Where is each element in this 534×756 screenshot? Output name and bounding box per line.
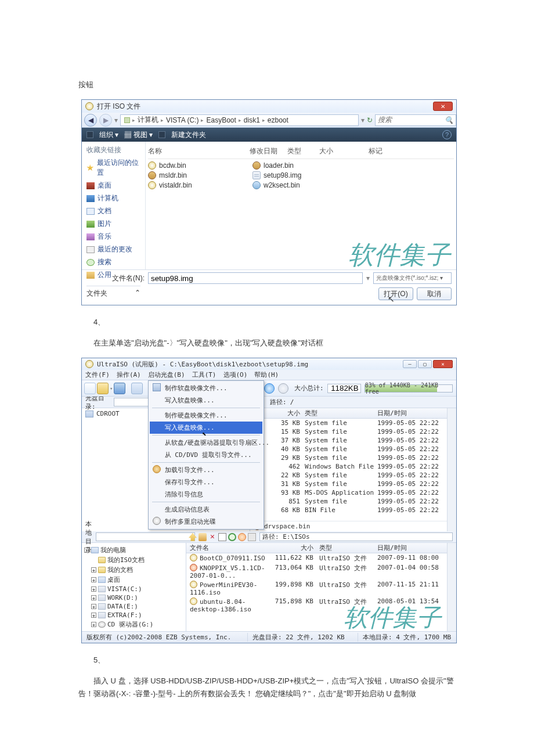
help-button[interactable]: ? [442, 130, 452, 139]
new-icon[interactable] [84, 383, 96, 394]
expand-toggle[interactable]: + [91, 622, 96, 627]
menu-help[interactable]: 帮助(H) [254, 370, 279, 379]
local-tree[interactable]: -我的电脑我的ISO文档+我的文档+桌面+VISTA(C:)+WORK(D:)+… [82, 543, 186, 631]
list-row[interactable]: 68 KBBIN File1999-05-05 22:22 [250, 506, 447, 514]
cancel-button[interactable]: 取消 [417, 287, 452, 300]
back-button[interactable]: ◀ [84, 114, 97, 127]
list-row[interactable]: BootCD_070911.ISO111,622 KBUltraISO 文件20… [186, 553, 447, 563]
tree-node[interactable]: +CD 驱动器(H:) [84, 629, 183, 631]
copy-icon[interactable] [218, 533, 226, 541]
list-row[interactable]: ubuntu-8.04-desktop-i386.iso715,898 KBUl… [186, 597, 447, 614]
list-row[interactable]: 40 KBSystem file1999-05-05 22:22 [250, 445, 447, 453]
sidebar-item[interactable]: 桌面 [86, 181, 140, 190]
local-path-box[interactable]: 路径: E:\ISOs [259, 532, 453, 541]
menu-item[interactable]: 写入硬盘映像...⬉ [150, 422, 262, 434]
menu-item[interactable]: 加载引导文件... [150, 464, 262, 476]
minimize-button[interactable]: — [403, 360, 417, 368]
menu-item[interactable]: 制作多重启动光碟 [150, 516, 262, 528]
refresh-icon[interactable]: ↻ [367, 116, 373, 124]
menu-item[interactable]: 制作软盘映像文件... [150, 382, 262, 394]
close-button[interactable]: ✕ [433, 102, 453, 111]
tree-node[interactable]: +DATA(E:) [84, 602, 183, 611]
list-row[interactable]: 462Windows Batch File1999-05-05 22:22 [250, 462, 447, 471]
file-item[interactable]: setup98.img [252, 171, 351, 179]
menu-item[interactable]: 制作硬盘映像文件... [150, 409, 262, 422]
tree-node[interactable]: +EXTRA(F:) [84, 611, 183, 620]
expand-toggle[interactable]: + [91, 567, 96, 573]
menu-item[interactable]: 清除引导信息 [150, 488, 262, 501]
views-menu[interactable]: ▦ 视图 ▾ [124, 130, 153, 140]
local-file-list[interactable]: 文件名 大小 类型 日期/时间 BootCD_070911.ISO111,622… [186, 543, 447, 631]
menu-tools[interactable]: 工具(T) [192, 370, 217, 379]
column-headers[interactable]: 名称 修改日期 类型 大小 标记 [148, 144, 454, 159]
expand-toggle[interactable]: + [91, 586, 96, 592]
open-button[interactable]: 打开(O) [378, 287, 413, 300]
delete-icon[interactable]: ✕ [208, 533, 217, 541]
list-row[interactable]: 22 KBSystem file1999-05-05 22:22 [250, 471, 447, 480]
breadcrumb-segment[interactable]: EasyBoot [206, 116, 236, 124]
list-row[interactable]: 37 KBSystem file1999-05-05 22:22 [250, 436, 447, 445]
list-row[interactable]: 851System file1999-05-05 22:22 [250, 497, 447, 506]
breadcrumb-segment[interactable]: VISTA (C:) [166, 116, 199, 124]
tree-node[interactable]: +WORK(D:) [84, 593, 183, 602]
scrollbar-vertical[interactable] [447, 543, 456, 631]
menu-options[interactable]: 选项(O) [223, 370, 248, 379]
breadcrumb[interactable]: ▸ 计算机▸ VISTA (C:)▸ EasyBoot▸ disk1▸ ezbo… [120, 114, 359, 126]
open-icon[interactable] [97, 383, 109, 394]
total-size-field[interactable] [327, 384, 361, 393]
list-row[interactable]: 15 KBSystem file1999-05-05 22:22 [250, 427, 447, 436]
scrollbar-vertical[interactable] [447, 408, 456, 531]
filename-input[interactable] [148, 272, 363, 284]
tree-node[interactable]: 我的ISO文档 [84, 555, 183, 565]
menu-item[interactable]: 写入软盘映像... [150, 394, 262, 406]
file-name[interactable]: drvspace.bin [264, 523, 310, 530]
disc-file-list[interactable]: 大小 类型 日期/时间 35 KBSystem file1999-05-05 2… [250, 408, 447, 531]
list-row[interactable]: PowerMiniPEV30-1116.iso199,898 KBUltraIS… [186, 580, 447, 597]
expand-toggle[interactable]: + [91, 613, 96, 618]
list-row[interactable]: 93 KBMS-DOS Application1999-05-05 22:22 [250, 488, 447, 497]
menu-item[interactable]: 保存引导文件... [150, 476, 262, 488]
new-folder-icon[interactable] [199, 533, 207, 541]
sidebar-item[interactable]: 音乐 [86, 232, 140, 242]
breadcrumb-segment[interactable]: 计算机 [138, 115, 158, 125]
organize-menu[interactable]: 组织 ▾ [99, 130, 118, 140]
file-item[interactable]: msldr.bin [148, 171, 247, 179]
list-row[interactable]: 29 KBSystem file1999-05-05 22:22 [250, 453, 447, 462]
local-dir-input[interactable] [96, 532, 195, 541]
breadcrumb-segment[interactable]: disk1 [244, 116, 260, 124]
new-folder-button[interactable]: 新建文件夹 [171, 130, 206, 140]
tree-node[interactable]: -我的电脑 [84, 545, 183, 555]
file-item[interactable]: w2ksect.bin [252, 181, 351, 189]
breadcrumb-segment[interactable]: ezboot [268, 116, 288, 124]
maximize-button[interactable]: ▢ [418, 360, 432, 368]
tree-node[interactable]: +VISTA(C:) [84, 585, 183, 593]
menu-action[interactable]: 操作(A) [117, 370, 141, 379]
search-input[interactable]: 搜索 🔍 [375, 114, 456, 126]
menu-item[interactable]: 生成启动信息表 [150, 503, 262, 516]
expand-toggle[interactable]: + [91, 595, 96, 600]
sidebar-item[interactable]: 最近访问的位置 [86, 158, 140, 178]
file-item[interactable]: bcdw.bin [148, 161, 247, 170]
disk-icon[interactable] [131, 383, 143, 394]
expand-toggle[interactable]: + [91, 604, 96, 609]
list-header[interactable]: 大小 类型 日期/时间 [250, 408, 447, 419]
burn-icon[interactable] [238, 533, 246, 541]
save-icon[interactable] [114, 383, 125, 394]
up-icon[interactable] [189, 533, 197, 541]
list-row[interactable]: 35 KBSystem file1999-05-05 22:22 [250, 419, 447, 427]
menu-item[interactable]: 从 CD/DVD 提取引导文件... [150, 449, 262, 461]
sidebar-item[interactable]: 搜索 [86, 257, 140, 267]
tree-node[interactable]: +桌面 [84, 575, 183, 585]
sidebar-item[interactable]: 计算机 [86, 193, 140, 203]
file-item[interactable]: vistaldr.bin [148, 181, 247, 189]
menu-item[interactable]: 从软盘/硬盘驱动器提取引导扇区... [150, 437, 262, 449]
file-item[interactable]: loader.bin [252, 161, 351, 170]
refresh-icon[interactable] [228, 533, 236, 541]
properties-icon[interactable] [248, 533, 256, 541]
sidebar-item[interactable]: 图片 [86, 219, 140, 229]
list-header[interactable]: 文件名 大小 类型 日期/时间 [186, 543, 447, 553]
file-type-combo[interactable]: 光盘映像文件(*.iso;*.isz; ▾ [373, 272, 452, 284]
mount-icon[interactable] [278, 383, 288, 394]
cd-info-icon[interactable] [264, 383, 275, 394]
close-button[interactable]: ✕ [433, 360, 453, 368]
